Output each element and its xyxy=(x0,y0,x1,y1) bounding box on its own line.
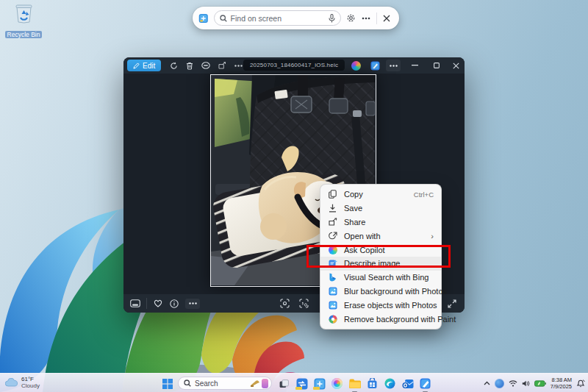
settings-gear-icon[interactable] xyxy=(346,12,356,25)
image-context-menu: Copy Ctrl+C Save Share Open with › Ask C… xyxy=(320,184,442,329)
menu-label: Visual Search with Bing xyxy=(344,273,429,282)
bottom-more-icon[interactable] xyxy=(185,299,200,309)
filmstrip-icon[interactable] xyxy=(127,298,143,310)
battery-icon[interactable] xyxy=(534,380,546,387)
minimize-button[interactable] xyxy=(406,60,423,71)
close-button[interactable] xyxy=(448,60,464,71)
menu-item-erase-objects[interactable]: Erase objects with Photos xyxy=(320,298,441,312)
recycle-bin-icon xyxy=(14,3,34,24)
microphone-icon[interactable] xyxy=(329,14,335,23)
taskbar-clock[interactable]: 8:38 AM 7/9/2025 xyxy=(551,377,572,391)
menu-label: Remove background with Paint xyxy=(344,315,456,324)
menu-label: Share xyxy=(344,218,365,227)
menu-label: Describe image xyxy=(344,259,400,268)
file-explorer-icon[interactable] xyxy=(348,377,362,391)
menu-label: Blur background with Photos xyxy=(344,287,447,296)
copilot-icon[interactable] xyxy=(349,60,362,71)
copy-icon xyxy=(328,190,337,199)
menu-item-remove-background-paint[interactable]: Remove background with Paint xyxy=(320,312,441,326)
preview-badge xyxy=(313,387,320,390)
menu-item-ask-copilot[interactable]: Ask Copilot xyxy=(320,243,441,257)
photos-taskbar-icon[interactable] xyxy=(418,377,432,391)
screen-search-app-icon xyxy=(198,12,209,25)
menu-label: Save xyxy=(344,204,362,213)
task-view-icon[interactable] xyxy=(277,377,291,391)
volume-icon[interactable] xyxy=(522,380,530,387)
notification-bell-icon[interactable] xyxy=(576,379,585,388)
ai-edit-icon[interactable] xyxy=(368,60,381,71)
find-on-screen-input[interactable]: Find on screen xyxy=(214,10,341,26)
search-icon xyxy=(184,379,191,387)
copilot-taskbar-icon[interactable] xyxy=(330,377,344,391)
search-highlight-images xyxy=(250,379,268,388)
describe-image-icon xyxy=(328,259,337,268)
weather-widget[interactable]: 61°F Cloudy xyxy=(5,376,40,389)
photos-app-icon xyxy=(328,300,337,310)
edit-label: Edit xyxy=(143,62,155,70)
info-icon[interactable] xyxy=(166,298,182,310)
menu-item-blur-background[interactable]: Blur background with Photos xyxy=(320,285,441,299)
quick-assist-preview-icon[interactable] xyxy=(295,377,309,391)
copilot-icon xyxy=(328,245,337,254)
paint-app-icon xyxy=(328,314,337,324)
tray-app-icon[interactable] xyxy=(495,379,504,388)
weather-condition: Cloudy xyxy=(21,382,40,389)
divider xyxy=(146,298,147,309)
outlook-icon[interactable] xyxy=(401,377,415,391)
microsoft-store-icon[interactable] xyxy=(365,377,379,391)
system-tray: 8:38 AM 7/9/2025 xyxy=(484,374,585,392)
open-with-icon xyxy=(328,231,337,240)
search-icon xyxy=(220,15,227,22)
menu-label: Copy xyxy=(344,190,363,199)
delete-icon[interactable] xyxy=(182,60,198,71)
menu-item-describe-image[interactable]: Describe image xyxy=(320,257,441,271)
find-placeholder: Find on screen xyxy=(231,14,325,23)
menu-label: Ask Copilot xyxy=(344,246,385,254)
menu-item-copy[interactable]: Copy Ctrl+C xyxy=(320,188,441,202)
cloud-icon xyxy=(5,378,18,387)
menu-label: Open with xyxy=(344,232,381,240)
edit-button[interactable]: Edit xyxy=(127,60,161,71)
menu-shortcut: Ctrl+C xyxy=(414,190,434,199)
taskbar-search-box[interactable]: Search xyxy=(178,377,272,390)
filename-pill: 20250703_184600417_iOS.heic xyxy=(243,60,345,71)
menu-label: Erase objects with Photos xyxy=(344,301,437,310)
save-icon xyxy=(328,204,337,213)
find-on-screen-bar: Find on screen xyxy=(193,7,399,29)
wifi-icon[interactable] xyxy=(509,380,517,387)
actual-size-icon[interactable] xyxy=(295,298,312,310)
taskbar: 61°F Cloudy Search xyxy=(0,373,588,392)
edge-icon[interactable] xyxy=(383,377,397,391)
recycle-bin-shortcut[interactable]: Recycle Bin xyxy=(4,3,43,40)
submenu-chevron-icon: › xyxy=(431,232,434,240)
chevron-up-icon[interactable] xyxy=(484,381,490,385)
search-label: Search xyxy=(195,379,246,388)
clock-time: 8:38 AM xyxy=(551,377,572,383)
more-menu-icon[interactable] xyxy=(386,60,401,71)
share-icon xyxy=(328,217,337,227)
rotate-icon[interactable] xyxy=(165,60,182,71)
expand-icon[interactable] xyxy=(444,298,460,310)
close-icon[interactable] xyxy=(381,12,392,25)
menu-item-visual-search-bing[interactable]: Visual Search with Bing xyxy=(320,271,441,285)
screen-search-preview-icon[interactable] xyxy=(312,377,326,391)
photos-app-icon xyxy=(328,286,337,296)
menu-item-share[interactable]: Share xyxy=(320,215,441,229)
divider xyxy=(376,13,377,24)
pen-icon xyxy=(133,63,140,69)
clock-date: 7/9/2025 xyxy=(551,383,572,390)
recycle-bin-label: Recycle Bin xyxy=(5,31,43,38)
menu-item-open-with[interactable]: Open with › xyxy=(320,229,441,243)
maximize-button[interactable] xyxy=(429,60,445,71)
more-options-icon[interactable] xyxy=(361,12,371,25)
start-button[interactable] xyxy=(160,377,174,391)
weather-temp: 61°F xyxy=(21,376,40,382)
zoom-fit-icon[interactable] xyxy=(276,298,293,310)
bing-icon xyxy=(328,273,337,282)
menu-item-save[interactable]: Save xyxy=(320,202,441,215)
photos-titlebar: Edit 20250703_184600417_iOS.heic xyxy=(123,57,465,74)
favorite-heart-icon[interactable] xyxy=(150,298,166,310)
preview-badge xyxy=(295,387,302,390)
print-icon[interactable] xyxy=(198,60,214,71)
share-icon[interactable] xyxy=(214,60,230,71)
